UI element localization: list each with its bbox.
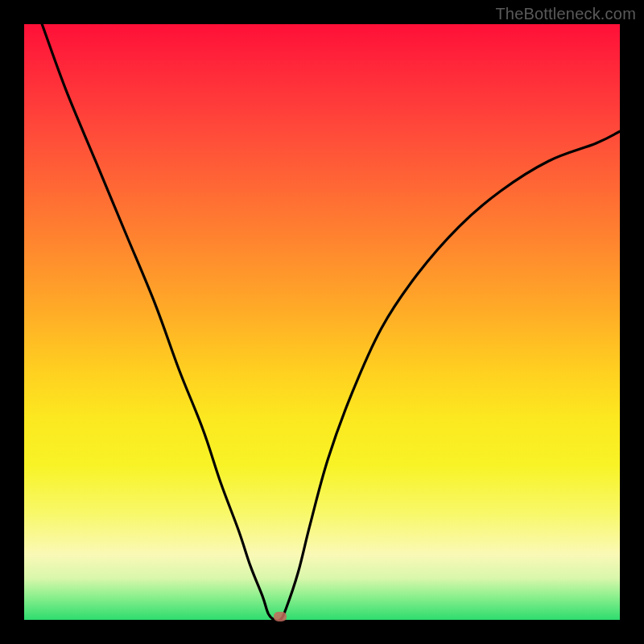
optimum-marker bbox=[274, 612, 287, 621]
watermark-text: TheBottleneck.com bbox=[495, 5, 636, 23]
plot-area bbox=[24, 24, 620, 620]
chart-frame: TheBottleneck.com bbox=[0, 0, 644, 644]
bottleneck-curve bbox=[24, 24, 620, 620]
